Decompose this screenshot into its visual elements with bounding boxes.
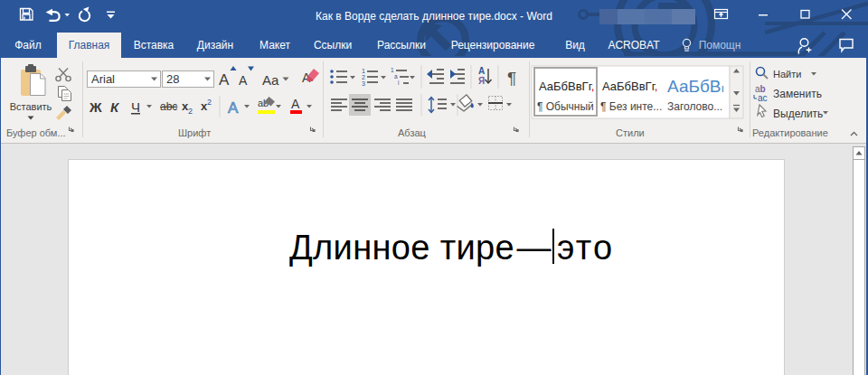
svg-text:АаБбВı: АаБбВı [667,77,724,96]
svg-text:i: i [398,80,399,86]
svg-text:Я: Я [478,76,485,86]
svg-text:Ч: Ч [131,99,140,115]
svg-text:А: А [291,97,300,111]
svg-text:¶: ¶ [507,69,516,88]
svg-text:3: 3 [362,80,365,87]
svg-text:АаБбВвГг,: АаБбВвГг, [539,80,594,93]
svg-text:Заменить: Заменить [773,88,822,100]
svg-text:A: A [239,73,248,88]
svg-text:Заголово...: Заголово... [667,100,722,113]
svg-text:А: А [228,99,239,117]
svg-text:28: 28 [166,72,179,86]
svg-text:2: 2 [362,74,365,80]
svg-text:К: К [110,99,120,115]
svg-text:АаБбВвГг,: АаБбВвГг, [602,80,657,93]
svg-text:ac: ac [758,93,768,103]
svg-text:¶ Без инте...: ¶ Без инте... [600,100,662,113]
svg-text:Ж: Ж [89,99,102,115]
svg-text:A: A [219,71,230,89]
svg-text:Найти: Найти [773,69,801,80]
svg-text:¶ Обычный: ¶ Обычный [537,100,594,113]
svg-text:Arial: Arial [91,72,115,86]
svg-text:2: 2 [207,98,212,107]
svg-text:Aa: Aa [262,72,279,88]
svg-text:Выделить: Выделить [773,108,823,120]
svg-text:1: 1 [391,67,394,73]
svg-text:a: a [394,73,398,80]
svg-text:А: А [478,66,485,76]
svg-text:1: 1 [362,68,365,74]
svg-text:abc: abc [160,100,177,113]
svg-text:2: 2 [188,107,193,116]
